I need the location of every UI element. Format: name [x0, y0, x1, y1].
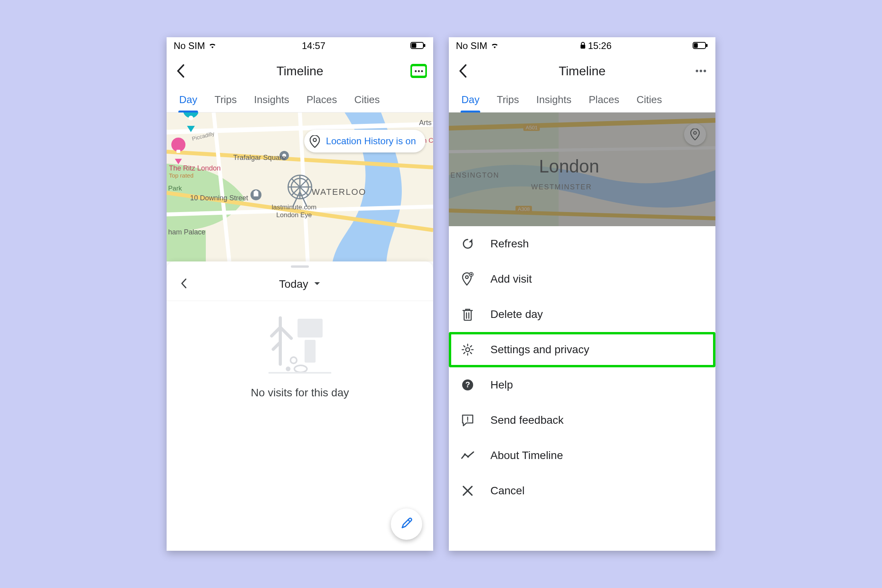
map-label: The Ritz London: [169, 164, 221, 172]
divider: [167, 301, 433, 301]
menu-delete-day[interactable]: Delete day: [449, 297, 715, 332]
map-label: Trafalgar Square: [233, 154, 286, 162]
tabs: Day Trips Insights Places Cities: [167, 87, 433, 113]
status-bar: No SIM 15:26: [449, 37, 715, 54]
svg-point-23: [290, 357, 297, 363]
map[interactable]: London WESTMINSTER ENSINGTON A501 A308: [449, 113, 715, 226]
svg-point-18: [313, 138, 316, 142]
gear-icon: [461, 343, 475, 357]
menu-label: Add visit: [490, 273, 532, 285]
map-label: Arts: [419, 119, 432, 127]
menu-about-timeline[interactable]: About Timeline: [449, 438, 715, 473]
svg-rect-27: [706, 44, 708, 47]
map-label: Park: [168, 185, 182, 192]
svg-text:?: ?: [465, 380, 470, 389]
tab-cities[interactable]: Cities: [346, 87, 388, 112]
back-button[interactable]: [455, 63, 471, 79]
lock-icon: [580, 40, 586, 51]
menu-add-visit[interactable]: Add visit: [449, 261, 715, 297]
pencil-icon: [400, 517, 413, 532]
tabs: Day Trips Insights Places Cities: [449, 87, 715, 113]
tab-trips[interactable]: Trips: [488, 87, 528, 112]
feedback-icon: [461, 413, 475, 427]
page-title: Timeline: [449, 64, 715, 78]
svg-point-38: [466, 348, 470, 352]
menu-label: Delete day: [490, 308, 543, 321]
svg-rect-20: [305, 340, 316, 363]
empty-illustration: [261, 308, 339, 379]
tab-insights[interactable]: Insights: [528, 87, 580, 112]
tab-cities[interactable]: Cities: [628, 87, 671, 112]
add-visit-icon: [461, 272, 475, 286]
map-label: 10 Downing Street: [190, 194, 248, 202]
edit-fab[interactable]: [391, 508, 422, 540]
page-title: Timeline: [167, 64, 433, 78]
menu-label: Settings and privacy: [490, 343, 589, 356]
wifi-icon: [490, 40, 499, 51]
prev-day-button[interactable]: [181, 278, 187, 290]
menu-refresh[interactable]: Refresh: [449, 226, 715, 261]
svg-rect-19: [298, 319, 323, 338]
svg-point-42: [467, 456, 469, 458]
location-history-chip[interactable]: Location History is on: [304, 130, 425, 152]
more-icon: [695, 69, 706, 73]
map-label: lastminute.com London Eye: [272, 203, 316, 219]
menu-label: About Timeline: [490, 449, 563, 462]
tab-day[interactable]: Day: [171, 87, 206, 112]
svg-point-22: [294, 365, 307, 372]
phone-left: No SIM 14:57 Timeline Day Trips Insig: [167, 37, 433, 551]
menu-label: Help: [490, 379, 513, 391]
pin-icon: [310, 135, 321, 147]
tab-trips[interactable]: Trips: [206, 87, 245, 112]
day-sheet: Today No visits for this day: [167, 261, 433, 551]
back-button[interactable]: [173, 63, 189, 79]
svg-point-30: [700, 70, 702, 72]
more-options-button[interactable]: [693, 64, 709, 78]
tab-day[interactable]: Day: [453, 87, 488, 112]
svg-point-29: [696, 70, 698, 72]
more-options-button[interactable]: [410, 64, 427, 78]
date-selector: Today: [167, 268, 433, 301]
menu-label: Send feedback: [490, 414, 564, 426]
carrier-text: No SIM: [456, 40, 487, 51]
svg-point-36: [466, 276, 468, 279]
svg-rect-28: [694, 43, 698, 48]
status-bar: No SIM 14:57: [167, 37, 433, 54]
date-dropdown[interactable]: Today: [279, 278, 309, 290]
map-label: ham Palace: [168, 228, 205, 236]
phone-right: No SIM 15:26 Timeline Day Trips Insi: [449, 37, 715, 551]
refresh-icon: [461, 237, 475, 251]
menu-label: Cancel: [490, 485, 524, 497]
svg-rect-9: [254, 192, 258, 196]
svg-rect-1: [424, 44, 425, 47]
map-label: Top rated: [169, 172, 194, 179]
svg-rect-2: [412, 43, 416, 48]
svg-rect-7: [176, 150, 180, 153]
svg-rect-25: [581, 45, 585, 49]
trash-icon: [461, 307, 475, 321]
menu-settings-privacy[interactable]: Settings and privacy: [449, 332, 715, 367]
close-icon: [461, 484, 475, 498]
wifi-icon: [208, 40, 217, 51]
clock-text: 15:26: [588, 40, 612, 51]
battery-icon: [693, 40, 708, 51]
svg-point-21: [286, 367, 290, 371]
timeline-icon: [461, 448, 475, 463]
map[interactable]: Trafalgar Square The Ritz London Top rat…: [167, 113, 433, 261]
menu-help[interactable]: ? Help: [449, 367, 715, 403]
tab-places[interactable]: Places: [298, 87, 346, 112]
app-header: Timeline: [167, 54, 433, 87]
clock-text: 14:57: [302, 40, 325, 51]
menu-cancel[interactable]: Cancel: [449, 473, 715, 508]
empty-state-text: No visits for this day: [167, 387, 433, 399]
map-label: WATERLOO: [312, 187, 366, 197]
tab-places[interactable]: Places: [580, 87, 628, 112]
menu-send-feedback[interactable]: Send feedback: [449, 403, 715, 438]
modal-scrim[interactable]: [449, 113, 715, 226]
svg-point-41: [464, 454, 466, 456]
carrier-text: No SIM: [174, 40, 205, 51]
help-icon: ?: [461, 378, 475, 392]
dropdown-caret-icon: [314, 281, 321, 288]
tab-insights[interactable]: Insights: [245, 87, 298, 112]
svg-point-31: [704, 70, 706, 72]
